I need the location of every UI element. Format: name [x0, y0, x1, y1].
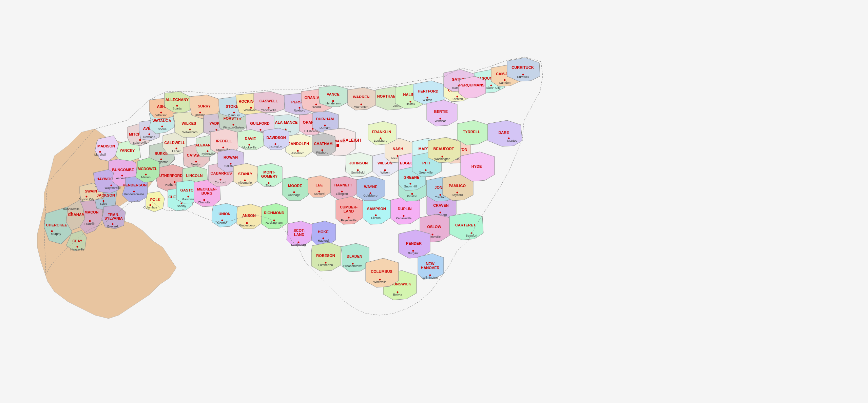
- svg-text:POLK: POLK: [150, 198, 160, 202]
- svg-point-75: [160, 158, 162, 160]
- svg-text:RALEIGH: RALEIGH: [343, 138, 361, 143]
- svg-text:CASWELL: CASWELL: [259, 99, 278, 103]
- svg-point-225: [293, 191, 295, 193]
- svg-text:Wilkesboro: Wilkesboro: [182, 130, 197, 134]
- svg-text:Jefferson: Jefferson: [155, 114, 167, 117]
- svg-text:BLADEN: BLADEN: [347, 254, 362, 258]
- svg-text:LAND: LAND: [294, 233, 304, 237]
- svg-text:MACON: MACON: [84, 210, 99, 214]
- svg-point-63: [161, 125, 163, 127]
- svg-text:ALLEGHANY: ALLEGHANY: [165, 98, 189, 102]
- svg-text:STANLY: STANLY: [238, 172, 252, 176]
- svg-point-208: [221, 219, 223, 221]
- svg-text:Greenville: Greenville: [419, 171, 432, 174]
- svg-text:Hayesville: Hayesville: [70, 248, 84, 251]
- svg-text:TYRRELL: TYRRELL: [463, 130, 480, 134]
- svg-text:Bakersville: Bakersville: [133, 141, 148, 144]
- svg-text:JACKSON: JACKSON: [97, 193, 115, 197]
- svg-point-95: [145, 174, 147, 175]
- svg-text:SWAIN: SWAIN: [84, 189, 97, 193]
- svg-text:DAVIDSON: DAVIDSON: [266, 136, 286, 140]
- svg-text:DUR-HAM: DUR-HAM: [316, 117, 334, 121]
- svg-text:WARREN: WARREN: [353, 95, 369, 99]
- svg-text:Washington: Washington: [434, 157, 450, 161]
- svg-point-67: [160, 112, 162, 113]
- svg-point-16: [89, 220, 91, 222]
- svg-text:CHEROKEE: CHEROKEE: [46, 223, 67, 227]
- svg-text:Beaufort: Beaufort: [465, 234, 477, 237]
- svg-text:PITT: PITT: [422, 161, 430, 165]
- svg-point-196: [219, 179, 221, 180]
- svg-point-351: [409, 183, 411, 184]
- svg-text:Lumberton: Lumberton: [318, 263, 333, 267]
- svg-text:ALA-MANCE: ALA-MANCE: [275, 120, 297, 124]
- svg-text:Burgaw: Burgaw: [408, 251, 418, 255]
- svg-text:NASH: NASH: [392, 147, 403, 151]
- svg-text:CURRITUCK: CURRITUCK: [512, 65, 534, 69]
- svg-point-8: [76, 246, 78, 247]
- svg-text:IREDELL: IREDELL: [216, 139, 232, 143]
- svg-text:COLUMBUS: COLUMBUS: [371, 269, 392, 274]
- svg-text:Goldsboro: Goldsboro: [363, 194, 378, 197]
- svg-text:OSLOW: OSLOW: [427, 225, 441, 229]
- svg-point-79: [175, 147, 177, 149]
- svg-text:Shelby: Shelby: [177, 204, 186, 208]
- svg-text:Sanford: Sanford: [314, 192, 325, 196]
- svg-point-59: [148, 133, 150, 135]
- svg-point-91: [180, 202, 182, 204]
- svg-point-115: [232, 124, 234, 125]
- svg-point-71: [176, 105, 178, 106]
- svg-point-151: [315, 103, 317, 105]
- svg-text:CRAVEN: CRAVEN: [433, 203, 449, 207]
- svg-text:WILKES: WILKES: [181, 121, 196, 125]
- svg-text:Wilson: Wilson: [380, 171, 389, 174]
- svg-text:Concord: Concord: [214, 181, 226, 184]
- svg-text:CHATHAM: CHATHAM: [314, 142, 332, 146]
- svg-text:Robbinsville: Robbinsville: [63, 207, 79, 211]
- svg-text:BERTIE: BERTIE: [434, 109, 447, 114]
- svg-text:Whiteville: Whiteville: [373, 280, 386, 284]
- svg-text:Manteo: Manteo: [507, 139, 517, 142]
- svg-point-187: [187, 196, 189, 197]
- svg-text:Bayboro: Bayboro: [451, 193, 463, 197]
- svg-text:Troy: Troy: [266, 184, 272, 187]
- svg-text:Hendersonville: Hendersonville: [124, 193, 144, 196]
- svg-text:Sylva: Sylva: [99, 202, 107, 205]
- svg-text:BEAUFORT: BEAUFORT: [433, 147, 454, 151]
- svg-text:MOORE: MOORE: [288, 184, 302, 188]
- svg-marker-231: [331, 176, 357, 200]
- svg-text:MECKLEN-: MECKLEN-: [197, 187, 216, 191]
- svg-point-4: [51, 230, 53, 232]
- svg-text:HARNETT: HARNETT: [334, 183, 352, 187]
- svg-text:Winston-Salem: Winston-Salem: [223, 126, 244, 129]
- svg-text:HERTFORD: HERTFORD: [418, 89, 438, 93]
- svg-text:Kinston: Kinston: [407, 195, 417, 198]
- nc-map: CHEROKEE Murphy CLAY Hayesville GRAHAM R…: [27, 24, 841, 380]
- svg-text:MONT-: MONT-: [263, 170, 275, 174]
- svg-text:Asheboro: Asheboro: [291, 152, 304, 155]
- svg-text:RICHMOND: RICHMOND: [264, 211, 284, 215]
- svg-rect-159: [336, 144, 339, 147]
- svg-text:Gastonia: Gastonia: [182, 198, 194, 201]
- svg-text:Newland: Newland: [143, 135, 155, 139]
- svg-point-37: [121, 175, 123, 176]
- svg-text:FRANKLIN: FRANKLIN: [372, 130, 391, 134]
- svg-text:Danbury: Danbury: [228, 114, 240, 117]
- svg-point-103: [207, 150, 208, 152]
- svg-text:MCDOWEL: MCDOWEL: [137, 167, 157, 171]
- svg-text:Durham: Durham: [319, 126, 330, 129]
- svg-text:Wilmington: Wilmington: [422, 276, 438, 279]
- svg-text:HYDE: HYDE: [471, 164, 482, 168]
- svg-text:Kenansville: Kenansville: [396, 217, 411, 220]
- svg-text:Wadesboro: Wadesboro: [239, 224, 255, 227]
- svg-text:Sparta: Sparta: [172, 107, 181, 110]
- svg-text:PAMLICO: PAMLICO: [449, 184, 466, 188]
- svg-text:ROWAN: ROWAN: [223, 155, 237, 159]
- svg-point-119: [233, 112, 235, 113]
- svg-text:GASTON: GASTON: [180, 188, 196, 192]
- svg-text:PERQUIMANS: PERQUIMANS: [459, 83, 484, 87]
- svg-text:WAYNE: WAYNE: [364, 185, 377, 189]
- svg-text:Taylorsville: Taylorsville: [200, 152, 215, 156]
- svg-text:Albemarle: Albemarle: [238, 181, 252, 184]
- svg-text:Monroe: Monroe: [217, 221, 227, 225]
